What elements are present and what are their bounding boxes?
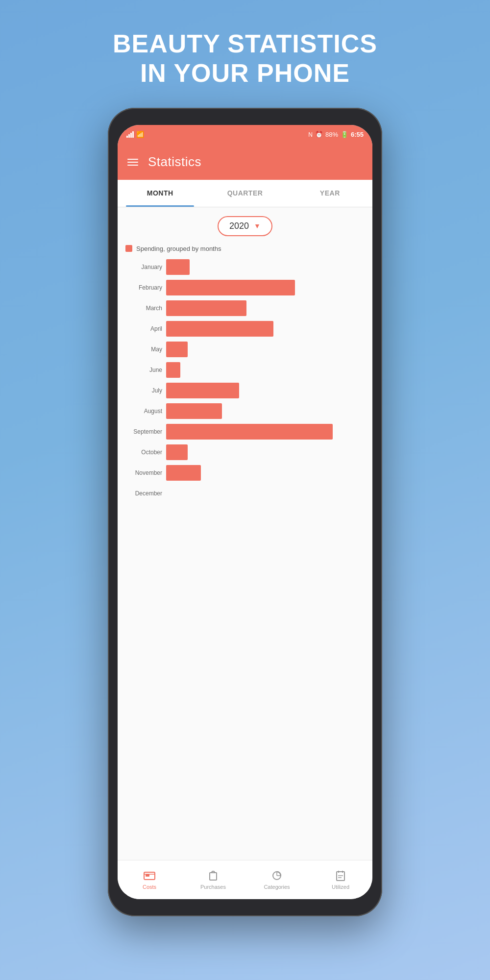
bar-row: May50 [125,341,365,358]
bar-container: 131 [166,402,365,420]
bar-fill [166,403,222,419]
phone-mockup: 📶 N ⏰ 88% 🔋 6:55 Statistics MONTH [108,108,382,916]
nfc-icon: N [308,131,313,138]
battery-icon: 🔋 [341,131,348,138]
bar-fill [166,465,201,481]
app-header: Statistics [118,145,372,180]
menu-icon[interactable] [127,159,138,166]
bar-month-label: June [125,367,162,373]
hero-line2: IN YOUR PHONE [113,59,377,88]
bar-month-label: April [125,325,162,332]
chevron-down-icon: ▼ [254,222,261,230]
bar-month-label: January [125,264,162,270]
bar-fill [166,424,333,440]
hero-line1: BEAUTY STATISTICS [113,29,377,59]
bar-fill [166,300,246,316]
nav-categories-label: Categories [264,884,290,890]
main-content: 2020 ▼ Spending, grouped by months Janua… [118,207,372,860]
bar-fill [166,280,295,295]
nav-categories[interactable]: Categories [245,860,309,899]
nav-purchases[interactable]: Purchases [181,860,245,899]
tab-quarter[interactable]: QUARTER [202,180,287,207]
hamburger-line [127,165,138,166]
tab-month[interactable]: MONTH [118,180,202,207]
bar-row: July170 [125,382,365,399]
chart-area: Spending, grouped by months January55Feb… [118,241,372,860]
nav-utilized[interactable]: Utilized [309,860,372,899]
hamburger-line [127,159,138,160]
signal-icon [126,131,134,138]
svg-rect-7 [337,872,344,881]
bar-row: February301 [125,279,365,296]
bar-month-label: November [125,469,162,476]
bar-month-label: July [125,387,162,394]
bar-container: 33 [166,361,365,379]
bar-fill [166,321,273,337]
alarm-icon: ⏰ [315,131,323,138]
purchases-icon [207,869,220,882]
bar-row: September389 [125,423,365,441]
status-left: 📶 [126,131,144,138]
clock: 6:55 [351,131,364,138]
legend-label: Spending, grouped by months [136,245,221,252]
phone-screen: 📶 N ⏰ 88% 🔋 6:55 Statistics MONTH [118,125,372,899]
nav-utilized-label: Utilized [332,884,349,890]
bar-container: 301 [166,279,365,296]
bar-container: 170 [166,382,365,399]
bar-chart: January55February301March188April250May5… [125,258,365,860]
bar-container: 50 [166,443,365,461]
legend-color-swatch [125,245,132,252]
bar-container: 188 [166,299,365,317]
bar-month-label: August [125,408,162,415]
bar-row: October50 [125,443,365,461]
bottom-nav: Costs Purchases [118,860,372,899]
bar-month-label: March [125,305,162,312]
hero-heading: BEAUTY STATISTICS IN YOUR PHONE [113,29,377,88]
bar-month-label: February [125,284,162,291]
bar-month-label: December [125,490,162,497]
bar-container: 81 [166,464,365,482]
bar-fill [166,362,180,378]
bar-row: March188 [125,299,365,317]
bar-container: 389 [166,423,365,441]
tab-year[interactable]: YEAR [288,180,372,207]
bar-row: August131 [125,402,365,420]
bar-month-label: September [125,428,162,435]
bar-container: 50 [166,341,365,358]
bar-row: January55 [125,258,365,276]
year-selector-wrap: 2020 ▼ [118,207,372,241]
categories-icon [270,869,283,882]
bar-month-label: October [125,449,162,456]
nav-purchases-label: Purchases [200,884,226,890]
bar-row: December0 [125,485,365,502]
app-title: Statistics [148,154,201,170]
year-dropdown[interactable]: 2020 ▼ [218,216,272,236]
bar-row: June33 [125,361,365,379]
chart-legend: Spending, grouped by months [125,245,365,252]
bar-fill [166,383,239,398]
bar-row: November81 [125,464,365,482]
bar-fill [166,342,188,357]
year-value: 2020 [229,221,249,231]
tab-bar: MONTH QUARTER YEAR [118,180,372,207]
status-right: N ⏰ 88% 🔋 6:55 [308,131,364,138]
bar-container: 250 [166,320,365,338]
nav-costs[interactable]: Costs [118,860,181,899]
costs-icon [143,869,156,882]
nav-costs-label: Costs [143,884,156,890]
bar-container: 55 [166,258,365,276]
svg-rect-3 [210,873,217,880]
bar-month-label: May [125,346,162,353]
status-bar: 📶 N ⏰ 88% 🔋 6:55 [118,125,372,145]
wifi-icon: 📶 [136,131,144,138]
bar-fill [166,259,190,275]
bar-row: April250 [125,320,365,338]
bar-fill [166,444,188,460]
battery-percent: 88% [325,131,338,138]
hamburger-line [127,162,138,163]
utilized-icon [334,869,347,882]
bar-container: 0 [166,485,365,502]
